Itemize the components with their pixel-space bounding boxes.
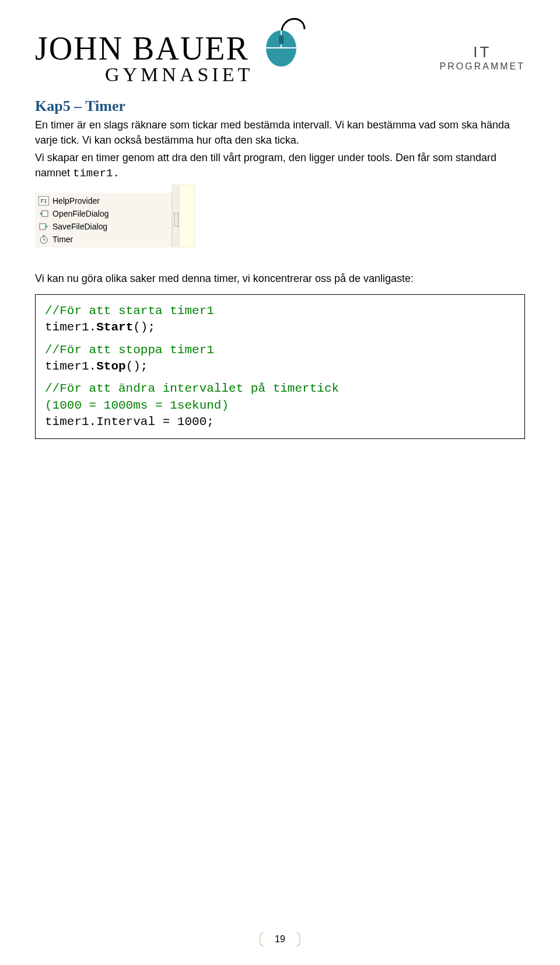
code-comment: //För att stoppa timer1 [45,342,515,358]
code-line: timer1.Stop(); [45,358,515,375]
code-line: timer1.Start(); [45,319,515,336]
code-example-box: //För att starta timer1 timer1.Start(); … [35,294,525,439]
help-icon: F1 [38,196,49,205]
paragraph-3: Vi kan nu göra olika saker med denna tim… [35,271,525,286]
code-comment: //För att starta timer1 [45,303,515,319]
toolbox-item: OpenFileDialog [35,207,172,220]
program-line1: IT [440,43,525,61]
toolbox-item-label: SaveFileDialog [52,222,107,231]
toolbox-screenshot: F1 HelpProvider OpenFileDialog SaveFileD… [35,184,525,248]
paragraph-2: Vi skapar en timer genom att dra den til… [35,150,525,182]
toolbox-item-label: Timer [52,235,73,244]
toolbox-item: Timer [35,233,172,246]
code-method: Start [96,320,133,334]
code-text: timer1. [45,360,96,373]
toolbox-item: F1 HelpProvider [35,194,172,207]
scroll-thumb [174,212,178,227]
savefile-icon [38,222,49,231]
toolbox-panel: F1 HelpProvider OpenFileDialog SaveFileD… [35,193,172,248]
code-comment: (1000 = 1000ms = 1sekund) [45,398,515,414]
svg-rect-2 [42,211,48,217]
toolbox-item-label: OpenFileDialog [52,209,109,218]
code-text: (); [126,360,148,373]
paragraph-2-code: timer1. [73,167,120,180]
paragraph-1: En timer är en slags räknare som tickar … [35,117,525,148]
svg-rect-1 [279,35,284,44]
letterhead: JOHN BAUER GYMNASIET IT PROGRAMMET [35,12,525,86]
code-method: Stop [96,360,125,373]
openfile-icon [38,209,49,218]
code-comment: //För att ändra intervallet på timertick [45,381,515,397]
svg-rect-5 [43,235,45,236]
brace-right-icon: 〕 [294,932,310,950]
brand-line: JOHN BAUER [35,12,434,67]
brace-left-icon: 〔 [250,932,266,950]
program-line2: PROGRAMMET [440,61,525,72]
page-number: 19 [268,934,292,945]
toolbox-item-label: HelpProvider [52,196,100,205]
document-page: JOHN BAUER GYMNASIET IT PROGRAMMET Kap5 … [0,0,560,965]
mouse-icon [255,12,307,67]
toolbox-item: SaveFileDialog [35,220,172,233]
program-block: IT PROGRAMMET [440,26,525,72]
toolbox-scrollbar [172,184,179,248]
code-text: timer1. [45,320,96,334]
form-surface-sliver [179,184,195,248]
svg-rect-3 [40,224,46,229]
brand-name-top: JOHN BAUER [35,30,249,67]
code-line: timer1.Interval = 1000; [45,414,515,430]
timer-icon [38,235,49,244]
brand-block: JOHN BAUER GYMNASIET [35,12,434,86]
section-heading: Kap5 – Timer [35,97,525,115]
code-text: (); [133,320,155,334]
page-footer: 〔 19 〕 [0,929,560,951]
